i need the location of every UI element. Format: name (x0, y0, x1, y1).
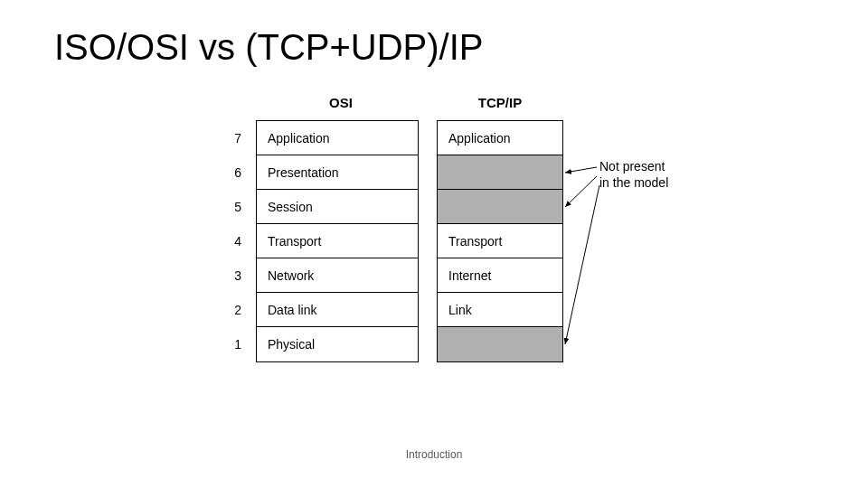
osi-layer-datalink: Data link (257, 293, 418, 327)
tcpip-layer-internet: Internet (438, 258, 562, 293)
slide-title: ISO/OSI vs (TCP+UDP)/IP (54, 27, 484, 68)
not-present-note: Not present in the model (599, 158, 668, 191)
layer-number: 2 (223, 303, 241, 317)
arrows-svg (122, 95, 746, 411)
arrow-to-layer5 (565, 176, 597, 207)
tcpip-layer-empty (438, 155, 562, 190)
arrow-to-layer1 (565, 185, 599, 344)
layer-number: 4 (223, 234, 241, 249)
layer-number: 6 (223, 165, 241, 180)
layer-number: 7 (223, 131, 241, 145)
note-line-1: Not present (599, 159, 665, 174)
layer-number: 1 (223, 337, 241, 352)
tcpip-layer-transport: Transport (438, 224, 562, 258)
arrow-to-layer6 (565, 167, 597, 173)
slide: ISO/OSI vs (TCP+UDP)/IP OSI TCP/IP 7 6 5… (0, 0, 868, 488)
tcpip-layer-empty (438, 190, 562, 224)
osi-stack: Application Presentation Session Transpo… (256, 120, 419, 362)
tcpip-layer-empty (438, 327, 562, 361)
osi-tcpip-diagram: OSI TCP/IP 7 6 5 4 3 2 1 Application Pre… (122, 95, 746, 411)
slide-footer: Introduction (0, 448, 868, 461)
osi-layer-presentation: Presentation (257, 155, 418, 190)
tcpip-layer-link: Link (438, 293, 562, 327)
osi-layer-network: Network (257, 258, 418, 293)
osi-column-header: OSI (314, 95, 368, 110)
osi-layer-session: Session (257, 190, 418, 224)
tcpip-layer-application: Application (438, 121, 562, 155)
layer-number: 3 (223, 268, 241, 283)
layer-number: 5 (223, 200, 241, 214)
osi-layer-transport: Transport (257, 224, 418, 258)
tcpip-stack: Application Transport Internet Link (437, 120, 563, 362)
osi-layer-physical: Physical (257, 327, 418, 361)
tcpip-column-header: TCP/IP (473, 95, 527, 110)
note-line-2: in the model (599, 175, 668, 190)
osi-layer-application: Application (257, 121, 418, 155)
